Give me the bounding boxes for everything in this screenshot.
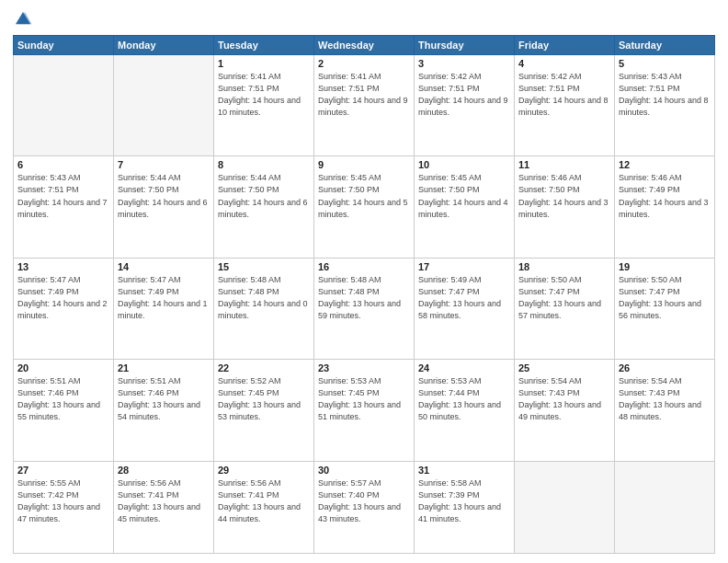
calendar-cell — [615, 461, 715, 553]
logo — [13, 9, 37, 29]
weekday-header-thursday: Thursday — [415, 36, 515, 55]
calendar-cell: 19Sunrise: 5:50 AMSunset: 7:47 PMDayligh… — [615, 258, 715, 359]
day-number: 19 — [619, 261, 711, 272]
calendar-cell: 10Sunrise: 5:45 AMSunset: 7:50 PMDayligh… — [415, 156, 515, 258]
day-number: 20 — [17, 362, 109, 373]
calendar-cell: 12Sunrise: 5:46 AMSunset: 7:49 PMDayligh… — [615, 156, 715, 258]
calendar-cell: 17Sunrise: 5:49 AMSunset: 7:47 PMDayligh… — [415, 258, 515, 359]
calendar-week-row: 20Sunrise: 5:51 AMSunset: 7:46 PMDayligh… — [14, 360, 715, 461]
day-number: 26 — [619, 362, 711, 373]
day-number: 13 — [17, 261, 109, 272]
weekday-header-row: SundayMondayTuesdayWednesdayThursdayFrid… — [14, 36, 715, 55]
day-number: 27 — [17, 465, 109, 476]
day-info: Sunrise: 5:45 AMSunset: 7:50 PMDaylight:… — [418, 172, 510, 220]
calendar-cell: 28Sunrise: 5:56 AMSunset: 7:41 PMDayligh… — [114, 461, 214, 553]
day-info: Sunrise: 5:53 AMSunset: 7:45 PMDaylight:… — [318, 375, 410, 423]
calendar-cell: 21Sunrise: 5:51 AMSunset: 7:46 PMDayligh… — [114, 360, 214, 461]
day-info: Sunrise: 5:54 AMSunset: 7:43 PMDaylight:… — [518, 375, 610, 423]
day-info: Sunrise: 5:54 AMSunset: 7:43 PMDaylight:… — [619, 375, 711, 423]
day-info: Sunrise: 5:47 AMSunset: 7:49 PMDaylight:… — [17, 274, 109, 322]
calendar-cell: 18Sunrise: 5:50 AMSunset: 7:47 PMDayligh… — [515, 258, 615, 359]
weekday-header-friday: Friday — [515, 36, 615, 55]
day-number: 30 — [318, 465, 410, 476]
day-info: Sunrise: 5:53 AMSunset: 7:44 PMDaylight:… — [418, 375, 510, 423]
day-number: 11 — [518, 159, 610, 170]
weekday-header-sunday: Sunday — [14, 36, 114, 55]
day-info: Sunrise: 5:42 AMSunset: 7:51 PMDaylight:… — [418, 71, 510, 119]
day-number: 4 — [518, 58, 610, 69]
calendar-cell: 16Sunrise: 5:48 AMSunset: 7:48 PMDayligh… — [314, 258, 415, 359]
weekday-header-saturday: Saturday — [615, 36, 715, 55]
day-number: 17 — [418, 261, 510, 272]
day-info: Sunrise: 5:43 AMSunset: 7:51 PMDaylight:… — [619, 71, 711, 119]
day-info: Sunrise: 5:46 AMSunset: 7:49 PMDaylight:… — [619, 172, 711, 220]
calendar-cell: 13Sunrise: 5:47 AMSunset: 7:49 PMDayligh… — [14, 258, 114, 359]
day-number: 10 — [418, 159, 510, 170]
calendar-cell: 7Sunrise: 5:44 AMSunset: 7:50 PMDaylight… — [114, 156, 214, 258]
day-info: Sunrise: 5:56 AMSunset: 7:41 PMDaylight:… — [218, 477, 310, 525]
day-info: Sunrise: 5:51 AMSunset: 7:46 PMDaylight:… — [17, 375, 109, 423]
calendar-cell: 3Sunrise: 5:42 AMSunset: 7:51 PMDaylight… — [415, 55, 515, 156]
day-info: Sunrise: 5:50 AMSunset: 7:47 PMDaylight:… — [518, 274, 610, 322]
weekday-header-wednesday: Wednesday — [314, 36, 415, 55]
day-info: Sunrise: 5:44 AMSunset: 7:50 PMDaylight:… — [218, 172, 310, 220]
calendar-week-row: 27Sunrise: 5:55 AMSunset: 7:42 PMDayligh… — [14, 461, 715, 553]
day-info: Sunrise: 5:41 AMSunset: 7:51 PMDaylight:… — [318, 71, 410, 119]
calendar-cell: 20Sunrise: 5:51 AMSunset: 7:46 PMDayligh… — [14, 360, 114, 461]
day-info: Sunrise: 5:48 AMSunset: 7:48 PMDaylight:… — [218, 274, 310, 322]
day-number: 29 — [218, 465, 310, 476]
calendar-table: SundayMondayTuesdayWednesdayThursdayFrid… — [13, 35, 715, 554]
calendar-cell — [515, 461, 615, 553]
calendar-cell: 22Sunrise: 5:52 AMSunset: 7:45 PMDayligh… — [214, 360, 314, 461]
calendar-cell: 23Sunrise: 5:53 AMSunset: 7:45 PMDayligh… — [314, 360, 415, 461]
day-info: Sunrise: 5:58 AMSunset: 7:39 PMDaylight:… — [418, 477, 510, 525]
calendar-week-row: 13Sunrise: 5:47 AMSunset: 7:49 PMDayligh… — [14, 258, 715, 359]
calendar-cell — [14, 55, 114, 156]
weekday-header-monday: Monday — [114, 36, 214, 55]
day-number: 23 — [318, 362, 410, 373]
day-number: 9 — [318, 159, 410, 170]
calendar-cell — [114, 55, 214, 156]
calendar-cell: 5Sunrise: 5:43 AMSunset: 7:51 PMDaylight… — [615, 55, 715, 156]
day-number: 12 — [619, 159, 711, 170]
day-number: 21 — [118, 362, 210, 373]
header — [13, 9, 715, 29]
day-info: Sunrise: 5:46 AMSunset: 7:50 PMDaylight:… — [518, 172, 610, 220]
day-info: Sunrise: 5:43 AMSunset: 7:51 PMDaylight:… — [17, 172, 109, 220]
weekday-header-tuesday: Tuesday — [214, 36, 314, 55]
calendar-cell: 27Sunrise: 5:55 AMSunset: 7:42 PMDayligh… — [14, 461, 114, 553]
day-number: 18 — [518, 261, 610, 272]
day-info: Sunrise: 5:52 AMSunset: 7:45 PMDaylight:… — [218, 375, 310, 423]
day-number: 6 — [17, 159, 109, 170]
day-number: 31 — [418, 465, 510, 476]
day-number: 22 — [218, 362, 310, 373]
calendar-cell: 29Sunrise: 5:56 AMSunset: 7:41 PMDayligh… — [214, 461, 314, 553]
calendar-cell: 25Sunrise: 5:54 AMSunset: 7:43 PMDayligh… — [515, 360, 615, 461]
logo-icon — [13, 9, 33, 29]
day-number: 3 — [418, 58, 510, 69]
calendar-cell: 8Sunrise: 5:44 AMSunset: 7:50 PMDaylight… — [214, 156, 314, 258]
day-number: 15 — [218, 261, 310, 272]
calendar-cell: 1Sunrise: 5:41 AMSunset: 7:51 PMDaylight… — [214, 55, 314, 156]
calendar-cell: 30Sunrise: 5:57 AMSunset: 7:40 PMDayligh… — [314, 461, 415, 553]
day-info: Sunrise: 5:56 AMSunset: 7:41 PMDaylight:… — [118, 477, 210, 525]
day-info: Sunrise: 5:42 AMSunset: 7:51 PMDaylight:… — [518, 71, 610, 119]
day-number: 1 — [218, 58, 310, 69]
day-number: 8 — [218, 159, 310, 170]
day-info: Sunrise: 5:57 AMSunset: 7:40 PMDaylight:… — [318, 477, 410, 525]
day-info: Sunrise: 5:50 AMSunset: 7:47 PMDaylight:… — [619, 274, 711, 322]
calendar-cell: 26Sunrise: 5:54 AMSunset: 7:43 PMDayligh… — [615, 360, 715, 461]
calendar-cell: 11Sunrise: 5:46 AMSunset: 7:50 PMDayligh… — [515, 156, 615, 258]
day-info: Sunrise: 5:44 AMSunset: 7:50 PMDaylight:… — [118, 172, 210, 220]
calendar-cell: 31Sunrise: 5:58 AMSunset: 7:39 PMDayligh… — [415, 461, 515, 553]
day-number: 14 — [118, 261, 210, 272]
calendar-cell: 4Sunrise: 5:42 AMSunset: 7:51 PMDaylight… — [515, 55, 615, 156]
calendar-cell: 2Sunrise: 5:41 AMSunset: 7:51 PMDaylight… — [314, 55, 415, 156]
day-info: Sunrise: 5:41 AMSunset: 7:51 PMDaylight:… — [218, 71, 310, 119]
day-number: 16 — [318, 261, 410, 272]
day-number: 25 — [518, 362, 610, 373]
calendar-cell: 24Sunrise: 5:53 AMSunset: 7:44 PMDayligh… — [415, 360, 515, 461]
day-info: Sunrise: 5:45 AMSunset: 7:50 PMDaylight:… — [318, 172, 410, 220]
day-info: Sunrise: 5:51 AMSunset: 7:46 PMDaylight:… — [118, 375, 210, 423]
calendar-week-row: 1Sunrise: 5:41 AMSunset: 7:51 PMDaylight… — [14, 55, 715, 156]
